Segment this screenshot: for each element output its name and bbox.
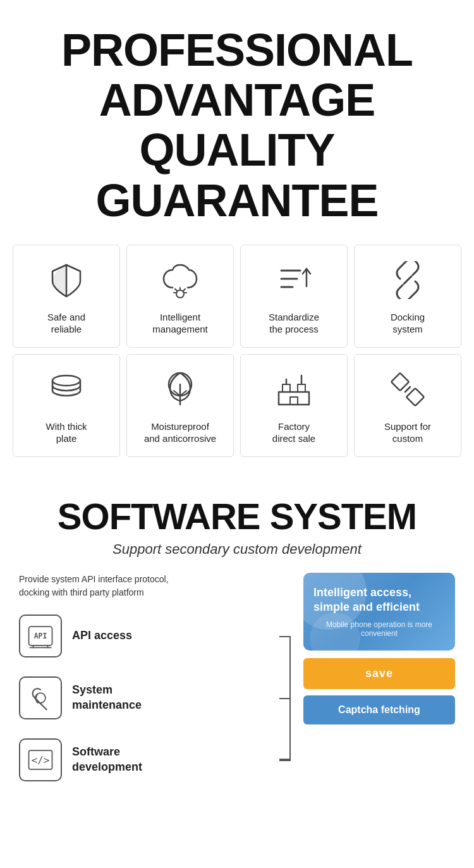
grid-row-1: Safe and reliable Intelligentmanagement xyxy=(13,245,461,348)
svg-text:API: API xyxy=(34,632,47,640)
card-intelligent-management: Intelligentmanagement xyxy=(126,245,234,348)
connector-line-maintenance xyxy=(279,698,291,699)
shield-icon xyxy=(44,258,88,302)
svg-line-4 xyxy=(175,289,177,291)
link-icon xyxy=(386,258,430,302)
phone-card: Intelligent access, simple and efficient… xyxy=(303,573,455,651)
phone-card-title: Intelligent access, simple and efficient xyxy=(313,585,445,615)
card-label-standardize-process: Standardizethe process xyxy=(269,311,319,336)
feature-label-software-dev: Software development xyxy=(72,745,142,774)
feature-api-access: API API access xyxy=(19,614,291,657)
software-section: SOFTWARE SYSTEM Support secondary custom… xyxy=(0,476,474,813)
software-body: Provide system API interface protocol, d… xyxy=(19,573,455,800)
svg-rect-16 xyxy=(279,392,309,405)
checklist-icon xyxy=(272,258,316,302)
feature-system-maintenance: System maintenance xyxy=(19,676,291,719)
software-subtitle: Support secondary custom development xyxy=(19,541,455,558)
svg-rect-21 xyxy=(290,397,298,405)
card-label-safe-reliable: Safe and reliable xyxy=(47,311,85,336)
features-list: API API access xyxy=(19,614,291,781)
svg-point-0 xyxy=(176,290,184,298)
save-button[interactable]: save xyxy=(303,658,455,689)
api-icon-box: API xyxy=(19,614,62,657)
main-title: PROFESSIONAL ADVANTAGE QUALITY GUARANTEE xyxy=(13,25,461,226)
card-thick-plate: With thickplate xyxy=(13,354,120,457)
card-docking-system: Dockingsystem xyxy=(354,245,461,348)
card-label-support-custom: Support forcustom xyxy=(384,420,431,445)
card-factory-sale: Factorydirect sale xyxy=(240,354,348,457)
card-label-moistureproof: Moistureproofand anticorrosive xyxy=(144,420,216,445)
edit-tools-icon xyxy=(386,367,430,412)
layers-icon xyxy=(44,367,88,412)
page-header: PROFESSIONAL ADVANTAGE QUALITY GUARANTEE xyxy=(0,0,474,238)
svg-line-5 xyxy=(183,289,185,291)
svg-point-11 xyxy=(52,376,80,386)
code-icon-box: </> xyxy=(19,738,62,781)
grid-row-2: With thickplate Moistureproofand anticor… xyxy=(13,354,461,457)
svg-rect-18 xyxy=(298,384,305,392)
phone-card-subtitle: Mobile phone operation is more convenien… xyxy=(313,620,445,638)
card-support-custom: Support forcustom xyxy=(354,354,461,457)
factory-icon xyxy=(272,367,316,412)
maintenance-icon-box xyxy=(19,676,62,719)
connector-line-software xyxy=(279,760,291,761)
leaf-icon xyxy=(158,367,202,412)
svg-line-24 xyxy=(405,387,410,392)
card-standardize-process: Standardizethe process xyxy=(240,245,348,348)
card-label-factory-sale: Factorydirect sale xyxy=(272,420,315,445)
software-right-panel: Intelligent access, simple and efficient… xyxy=(303,573,455,724)
features-grid: Safe and reliable Intelligentmanagement xyxy=(0,238,474,476)
feature-software-development: </> Software development xyxy=(19,738,291,781)
cloud-settings-icon xyxy=(158,258,202,302)
svg-rect-22 xyxy=(391,373,409,391)
svg-rect-23 xyxy=(406,388,424,406)
feature-label-api: API access xyxy=(72,628,132,643)
captcha-button[interactable]: Captcha fetching xyxy=(303,695,455,724)
software-description: Provide system API interface protocol, d… xyxy=(19,573,291,599)
svg-rect-17 xyxy=(283,384,290,392)
software-left: Provide system API interface protocol, d… xyxy=(19,573,291,800)
svg-text:</>: </> xyxy=(32,754,50,766)
card-label-thick-plate: With thickplate xyxy=(46,420,87,445)
card-moistureproof: Moistureproofand anticorrosive xyxy=(126,354,234,457)
software-title: SOFTWARE SYSTEM xyxy=(19,495,455,537)
card-safe-reliable: Safe and reliable xyxy=(13,245,120,348)
card-label-intelligent-management: Intelligentmanagement xyxy=(152,311,208,336)
connector-line-api xyxy=(279,636,291,637)
feature-label-maintenance: System maintenance xyxy=(72,683,142,712)
svg-line-10 xyxy=(404,276,411,284)
card-label-docking-system: Dockingsystem xyxy=(391,311,425,336)
